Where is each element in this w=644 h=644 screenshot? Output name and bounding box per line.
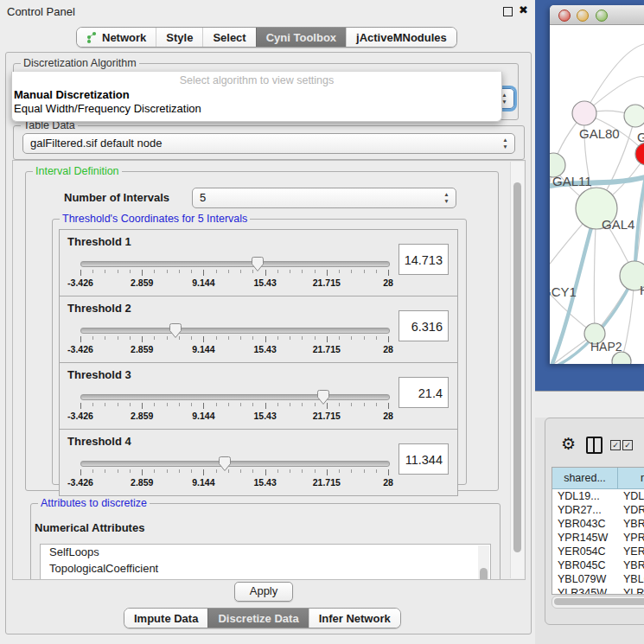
tab-discretize-data[interactable]: Discretize Data bbox=[207, 609, 308, 628]
tab-infer-network[interactable]: Infer Network bbox=[309, 609, 400, 628]
table-panel-header: Table Panel bbox=[535, 391, 644, 418]
checkbox-icon[interactable]: ✓ bbox=[622, 440, 633, 450]
attributes-scrollbar[interactable] bbox=[478, 545, 489, 580]
tick-mark bbox=[388, 270, 389, 276]
tick-mark bbox=[252, 469, 253, 473]
tab-label: jActiveMNodules bbox=[356, 31, 447, 44]
main-scrollbar[interactable] bbox=[510, 162, 524, 578]
tab-select[interactable]: Select bbox=[202, 28, 255, 47]
network-canvas[interactable]: GAL80GAGAL11CGAL4GCY1HHAP2 bbox=[550, 25, 644, 364]
scrollbar-thumb[interactable] bbox=[513, 182, 521, 552]
tab-network[interactable]: Network bbox=[77, 28, 156, 47]
column-header[interactable]: shared... bbox=[552, 468, 618, 488]
threshold-value-field[interactable]: 6.316 bbox=[399, 310, 449, 341]
svg-text:H: H bbox=[640, 283, 644, 297]
column-header[interactable]: na bbox=[618, 468, 644, 488]
tab-style[interactable]: Style bbox=[156, 28, 202, 47]
checkbox-icon[interactable]: ✓ bbox=[610, 440, 621, 450]
table-hscrollbar[interactable] bbox=[552, 596, 644, 609]
threshold-slider[interactable]: -3.4262.8599.14415.4321.71528 bbox=[80, 389, 388, 424]
tab-cyni-toolbox[interactable]: Cyni Toolbox bbox=[256, 28, 346, 47]
tick-mark bbox=[327, 270, 328, 276]
slider-track[interactable] bbox=[80, 328, 390, 334]
attribute-item[interactable]: SelfLoops bbox=[41, 545, 490, 561]
attribute-item[interactable]: TopologicalCoefficient bbox=[41, 561, 490, 577]
slider-thumb[interactable] bbox=[218, 456, 232, 472]
table-row[interactable]: YLR345WYLR3 bbox=[552, 586, 644, 595]
number-of-intervals-value: 5 bbox=[200, 191, 206, 204]
threshold-label: Threshold 1 bbox=[67, 235, 131, 248]
tick-mark bbox=[240, 270, 241, 273]
threshold-value-field[interactable]: 11.344 bbox=[399, 443, 449, 475]
table-row[interactable]: YBR045CYBR0 bbox=[552, 558, 644, 572]
float-window-icon[interactable] bbox=[503, 7, 513, 16]
scrollbar-thumb[interactable] bbox=[480, 568, 488, 580]
tick-mark bbox=[154, 469, 155, 473]
slider-track[interactable] bbox=[80, 461, 390, 467]
table-row[interactable]: YBR043CYBR0 bbox=[552, 517, 644, 531]
tick-mark bbox=[203, 270, 204, 276]
close-traffic-light[interactable] bbox=[558, 10, 571, 22]
apply-button[interactable]: Apply bbox=[234, 582, 293, 602]
tick-mark bbox=[92, 336, 93, 340]
gear-icon[interactable]: ⚙ bbox=[561, 434, 576, 454]
numerical-attributes-list[interactable]: SelfLoopsTopologicalCoefficientBetweenne… bbox=[40, 544, 491, 580]
tick-mark bbox=[203, 469, 204, 475]
tick-mark bbox=[277, 469, 278, 473]
slider-thumb[interactable] bbox=[251, 256, 265, 272]
close-icon[interactable]: ✖ bbox=[519, 3, 528, 16]
table-row[interactable]: YBL079WYBL0 bbox=[552, 572, 644, 586]
cell-shared-name: YBR043C bbox=[552, 517, 618, 531]
threshold-slider[interactable]: -3.4262.8599.14415.4321.71528 bbox=[80, 256, 388, 290]
svg-text:GAL80: GAL80 bbox=[579, 126, 620, 141]
table-row[interactable]: YPR145WYPR1 bbox=[552, 531, 644, 545]
slider-thumb[interactable] bbox=[316, 389, 330, 405]
bottom-tab-bar: Impute DataDiscretize DataInfer Network bbox=[124, 608, 401, 628]
cell-shared-name: YDL19... bbox=[552, 489, 618, 503]
tick-mark bbox=[302, 403, 303, 406]
tab-impute-data[interactable]: Impute Data bbox=[124, 609, 207, 628]
scrollbar-thumb[interactable] bbox=[554, 598, 644, 605]
tick-mark bbox=[290, 270, 290, 273]
tick-mark bbox=[302, 336, 303, 340]
tick-mark bbox=[203, 403, 204, 409]
threshold-slider[interactable]: -3.4262.8599.14415.4321.71528 bbox=[80, 456, 388, 490]
tick-mark bbox=[105, 336, 105, 340]
tick-mark bbox=[240, 469, 241, 473]
node-table[interactable]: shared... na YDL19...YDL1YDR27...YDR2YBR… bbox=[552, 467, 644, 595]
network-window-titlebar bbox=[550, 5, 644, 25]
slider-thumb[interactable] bbox=[169, 322, 182, 339]
table-row[interactable]: YER054CYER0 bbox=[552, 545, 644, 558]
tick-label: 15.43 bbox=[253, 277, 276, 288]
threshold-value-field[interactable]: 14.713 bbox=[399, 244, 449, 275]
table-row[interactable]: YDR27...YDR2 bbox=[552, 503, 644, 517]
table-data-combo[interactable]: galFiltered.sif default node ▲▼ bbox=[22, 133, 515, 154]
threshold-row: Threshold 3-3.4262.8599.14415.4321.71528… bbox=[59, 362, 458, 430]
split-pane-icon[interactable] bbox=[586, 437, 603, 454]
tick-label: 2.859 bbox=[131, 277, 153, 288]
number-of-intervals-combo[interactable]: 5 ▲▼ bbox=[192, 188, 456, 208]
svg-text:GA: GA bbox=[637, 130, 644, 144]
popup-item-manual[interactable]: Manual Discretization bbox=[14, 88, 130, 101]
tick-mark bbox=[179, 403, 180, 406]
minimize-traffic-light[interactable] bbox=[577, 10, 589, 22]
tick-label: 15.43 bbox=[253, 477, 276, 488]
popup-item-equal-width[interactable]: Equal Width/Frequency Discretization bbox=[14, 102, 201, 115]
tick-label: 28 bbox=[383, 344, 393, 354]
tick-mark bbox=[118, 336, 118, 340]
attribute-item[interactable]: BetweennessCentrality bbox=[41, 577, 490, 580]
tab-label: Cyni Toolbox bbox=[266, 31, 336, 44]
tick-mark bbox=[290, 336, 290, 340]
cell-name: YDL1 bbox=[618, 489, 644, 503]
svg-text:GCY1: GCY1 bbox=[550, 284, 577, 299]
slider-track[interactable] bbox=[80, 261, 390, 267]
zoom-traffic-light[interactable] bbox=[596, 10, 608, 22]
tick-label: -3.426 bbox=[67, 477, 93, 488]
tab-jactivemnodules[interactable]: jActiveMNodules bbox=[346, 28, 456, 47]
tick-label: 9.144 bbox=[192, 477, 214, 488]
threshold-value-field[interactable]: 21.4 bbox=[399, 377, 449, 408]
control-panel-window: Control Panel ✖ NetworkStyleSelectCyni T… bbox=[0, 0, 536, 644]
slider-track[interactable] bbox=[80, 394, 390, 400]
table-row[interactable]: YDL19...YDL1 bbox=[552, 489, 644, 503]
threshold-slider[interactable]: -3.4262.8599.14415.4321.71528 bbox=[80, 322, 388, 357]
